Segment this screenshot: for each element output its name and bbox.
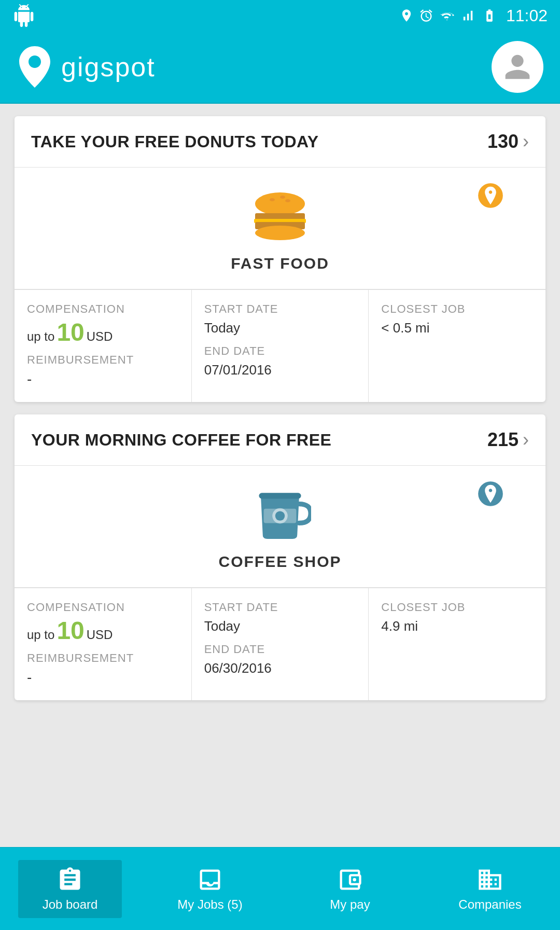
coffee-cup-icon [249, 482, 311, 545]
companies-icon [477, 866, 503, 893]
svg-point-13 [275, 511, 285, 520]
bottom-nav: Job board My Jobs (5) My pay Companies [0, 847, 560, 930]
coffee-shop-reimbursement-value: - [27, 669, 179, 686]
logo-area: G gigspot [17, 46, 156, 88]
fast-food-chevron-icon: › [523, 131, 529, 152]
time-display: 11:02 [506, 6, 548, 25]
main-content: TAKE YOUR FREE DONUTS TODAY 130 › [0, 104, 560, 847]
signal-icon [460, 8, 475, 23]
coffee-shop-card-visual: COFFEE SHOP [15, 466, 545, 588]
fast-food-reimbursement-value: - [27, 371, 179, 387]
coffee-shop-compensation-cell: COMPENSATION up to 10 USD REIMBURSEMENT … [15, 588, 192, 700]
fast-food-closest-job-label: CLOSEST JOB [381, 302, 533, 316]
nav-my-pay-label: My pay [330, 897, 370, 912]
fast-food-location-pin [477, 182, 504, 211]
wallet-icon [337, 866, 363, 893]
fast-food-closest-job-cell: CLOSEST JOB < 0.5 mi [369, 290, 545, 402]
coffee-shop-card-title: YOUR MORNING COFFEE FOR FREE [31, 431, 331, 450]
nav-my-jobs[interactable]: My Jobs (5) [158, 860, 262, 918]
fast-food-card-visual: FAST FOOD [15, 168, 545, 289]
fast-food-end-date-value: 07/01/2016 [204, 362, 356, 378]
coffee-shop-compensation-value: up to 10 USD [27, 618, 179, 643]
logo-pin-svg: G [17, 46, 53, 88]
svg-rect-14 [259, 493, 301, 498]
android-icon [12, 4, 35, 27]
nav-job-board-label: Job board [43, 897, 98, 912]
job-board-icon [57, 866, 83, 893]
coffee-shop-amount-currency: USD [87, 628, 113, 642]
inbox-icon [197, 866, 223, 893]
fast-food-card: TAKE YOUR FREE DONUTS TODAY 130 › [15, 116, 545, 402]
status-bar-left [12, 4, 35, 27]
burger-icon [249, 184, 311, 246]
fast-food-card-header[interactable]: TAKE YOUR FREE DONUTS TODAY 130 › [15, 116, 545, 168]
fast-food-compensation-cell: COMPENSATION up to 10 USD REIMBURSEMENT … [15, 290, 192, 402]
coffee-shop-amount-prefix: up to [27, 628, 54, 642]
my-pay-icon [337, 866, 363, 893]
clipboard-icon [57, 866, 83, 893]
fast-food-amount-prefix: up to [27, 329, 54, 344]
coffee-shop-closest-job-value: 4.9 mi [381, 618, 533, 634]
fast-food-card-details: COMPENSATION up to 10 USD REIMBURSEMENT … [15, 289, 545, 402]
logo-pin: G [17, 46, 53, 88]
wifi-icon [439, 8, 455, 23]
coffee-shop-end-date-label: END DATE [204, 643, 356, 656]
coffee-shop-closest-job-label: CLOSEST JOB [381, 601, 533, 614]
fast-food-dates-cell: START DATE Today END DATE 07/01/2016 [192, 290, 369, 402]
coffee-shop-compensation-label: COMPENSATION [27, 601, 179, 614]
coffee-shop-card: YOUR MORNING COFFEE FOR FREE 215 › [15, 414, 545, 700]
coffee-shop-start-date-label: START DATE [204, 601, 356, 614]
coffee-shop-location-pin [477, 480, 504, 509]
coffee-shop-pin-icon [477, 480, 504, 507]
alarm-icon [419, 8, 433, 23]
logo-text: gigspot [61, 51, 156, 82]
battery-icon [480, 8, 499, 23]
fast-food-amount-currency: USD [87, 329, 113, 344]
coffee-shop-start-date-value: Today [204, 618, 356, 634]
fast-food-category-label: FAST FOOD [231, 255, 329, 272]
fast-food-end-date-label: END DATE [204, 344, 356, 358]
coffee-shop-closest-job-cell: CLOSEST JOB 4.9 mi [369, 588, 545, 700]
fast-food-pin-icon [477, 182, 504, 209]
svg-point-15 [353, 878, 356, 881]
svg-point-4 [280, 196, 285, 199]
nav-job-board[interactable]: Job board [18, 860, 122, 918]
svg-point-9 [255, 226, 305, 240]
status-icons: 11:02 [399, 6, 548, 25]
status-bar: 11:02 [0, 0, 560, 31]
coffee-shop-end-date-value: 06/30/2016 [204, 660, 356, 676]
fast-food-reimbursement-label: REIMBURSEMENT [27, 353, 179, 367]
location-status-icon [399, 8, 414, 23]
fast-food-card-count: 130 [487, 131, 519, 152]
fast-food-card-header-right: 130 › [487, 131, 529, 152]
nav-companies[interactable]: Companies [438, 860, 542, 918]
coffee-shop-dates-cell: START DATE Today END DATE 06/30/2016 [192, 588, 369, 700]
my-jobs-icon [197, 866, 223, 893]
nav-my-pay[interactable]: My pay [298, 860, 402, 918]
coffee-shop-card-header-right: 215 › [487, 429, 529, 451]
fast-food-amount-number: 10 [57, 320, 84, 345]
coffee-shop-reimbursement-label: REIMBURSEMENT [27, 651, 179, 665]
coffee-shop-card-header[interactable]: YOUR MORNING COFFEE FOR FREE 215 › [15, 414, 545, 466]
avatar-button[interactable] [492, 41, 543, 93]
svg-point-5 [285, 199, 290, 202]
svg-point-2 [255, 192, 305, 215]
svg-point-3 [270, 198, 275, 201]
nav-companies-label: Companies [458, 897, 521, 912]
fast-food-start-date-value: Today [204, 320, 356, 336]
coffee-shop-amount-number: 10 [57, 618, 84, 643]
coffee-shop-chevron-icon: › [523, 429, 529, 451]
app-header: G gigspot [0, 31, 560, 104]
fast-food-card-title: TAKE YOUR FREE DONUTS TODAY [31, 132, 319, 151]
fast-food-compensation-label: COMPENSATION [27, 302, 179, 316]
coffee-shop-category-label: COFFEE SHOP [218, 553, 341, 571]
svg-text:G: G [30, 55, 38, 68]
building-icon [477, 866, 503, 893]
fast-food-compensation-value: up to 10 USD [27, 320, 179, 345]
fast-food-closest-job-value: < 0.5 mi [381, 320, 533, 336]
coffee-shop-card-details: COMPENSATION up to 10 USD REIMBURSEMENT … [15, 588, 545, 700]
coffee-shop-card-count: 215 [487, 429, 519, 451]
fast-food-start-date-label: START DATE [204, 302, 356, 316]
nav-my-jobs-label: My Jobs (5) [177, 897, 242, 912]
avatar-icon [499, 49, 536, 85]
